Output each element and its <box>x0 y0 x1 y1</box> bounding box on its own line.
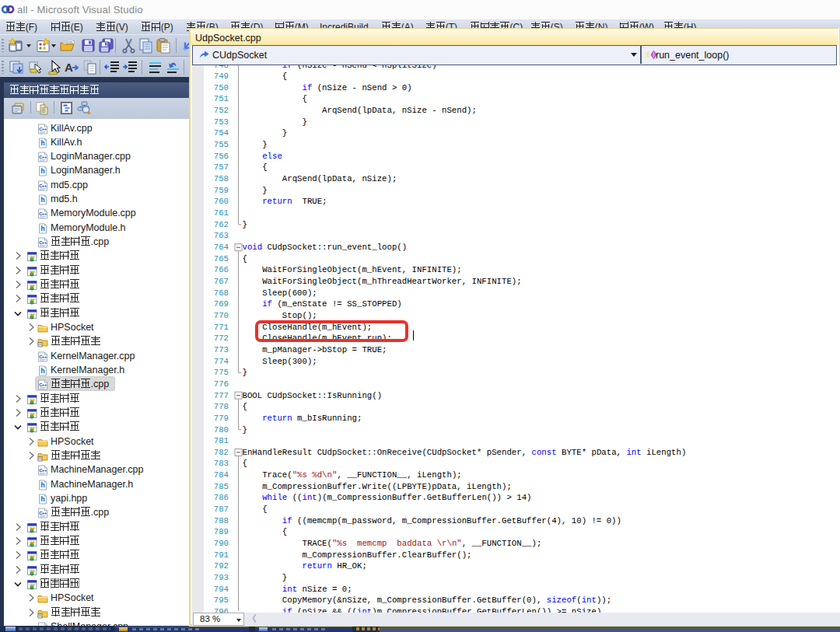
svg-text:h: h <box>40 139 44 147</box>
svg-text:h: h <box>40 495 44 503</box>
svg-text:h: h <box>40 167 44 175</box>
svg-text:C++: C++ <box>39 240 47 245</box>
svg-text:C++: C++ <box>39 382 47 387</box>
svg-text:C++: C++ <box>39 625 47 626</box>
svg-text:A: A <box>65 61 73 74</box>
svg-text:C++: C++ <box>39 354 47 359</box>
svg-text:C++: C++ <box>39 155 47 159</box>
svg-text:h: h <box>40 481 44 489</box>
svg-text:C++: C++ <box>39 211 47 216</box>
svg-text:h: h <box>40 196 44 204</box>
svg-text:C++: C++ <box>39 468 47 473</box>
svg-text:C++: C++ <box>39 511 47 515</box>
svg-text:C++: C++ <box>39 183 47 188</box>
svg-text:C++: C++ <box>39 126 47 131</box>
svg-text:h: h <box>40 225 44 232</box>
svg-text:h: h <box>40 367 44 375</box>
